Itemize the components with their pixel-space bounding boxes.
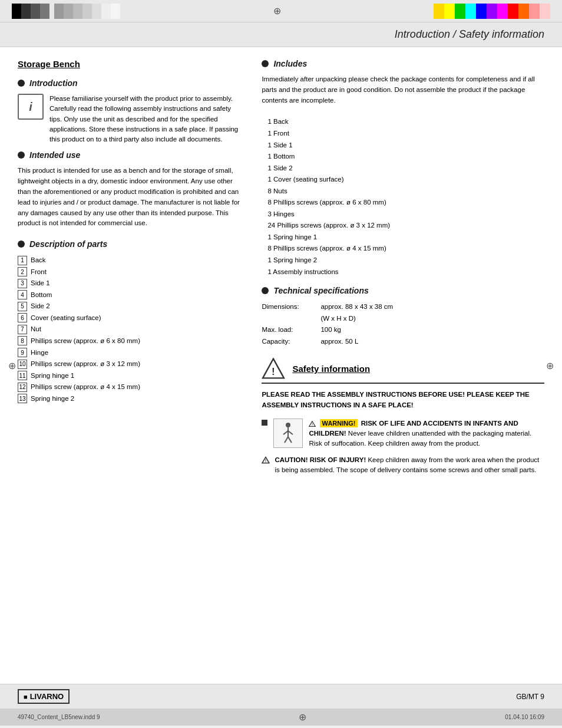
part-number: 11 xyxy=(18,371,27,380)
parts-list-item: 2Front xyxy=(18,266,244,278)
svg-point-2 xyxy=(286,423,290,427)
svg-line-5 xyxy=(288,431,293,434)
color-registration-bar: ⊕ xyxy=(0,0,562,22)
part-label: Phillips screw (approx. ø 4 x 15 mm) xyxy=(31,381,140,393)
chip-purple xyxy=(487,4,497,19)
part-label: Hinge xyxy=(31,347,48,359)
intro-info-text: Please familiarise yourself with the pro… xyxy=(49,94,244,144)
part-label: Back xyxy=(31,255,46,266)
chip-red xyxy=(508,4,518,19)
includes-list-item: 8 Nuts xyxy=(267,186,544,197)
crosshair-left: ⊕ xyxy=(8,360,16,371)
description-title: Description of parts xyxy=(29,239,107,249)
parts-list-item: 10Phillips screw (approx. ø 3 x 12 mm) xyxy=(18,358,244,370)
includes-list-item: 1 Cover (seating surface) xyxy=(267,174,544,186)
part-label: Nut xyxy=(31,324,41,335)
black-sq-1 xyxy=(12,4,21,19)
caution-text-block: CAUTION! RISK OF INJURY! Keep children a… xyxy=(275,455,544,476)
black-sq-2 xyxy=(21,4,31,19)
part-label: Bottom xyxy=(31,289,52,301)
tech-specs-title: Technical specifications xyxy=(273,286,368,295)
includes-list-item: 8 Phillips screws (approx. ø 6 x 80 mm) xyxy=(267,197,544,209)
specs-label: Max. load: xyxy=(262,324,309,336)
caution-triangle-icon: ! xyxy=(262,456,270,464)
part-number: 5 xyxy=(18,302,27,311)
specs-row: Max. load:100 kg xyxy=(262,324,544,336)
intended-use-title: Intended use xyxy=(29,150,80,160)
caution-title: CAUTION! RISK OF INJURY! xyxy=(275,456,366,463)
part-number: 1 xyxy=(18,256,27,265)
footer-page-info: GB/MT 9 xyxy=(516,693,544,701)
svg-line-6 xyxy=(285,437,288,443)
livarno-logo: ■ LIVARNO xyxy=(18,689,70,704)
safety-title: Safety information xyxy=(292,364,370,374)
specs-value: approx. 50 L xyxy=(320,336,544,348)
page-footer: ■ LIVARNO GB/MT 9 xyxy=(0,684,562,709)
description-heading: Description of parts xyxy=(18,239,244,249)
warning-image xyxy=(273,419,303,448)
parts-list-item: 9Hinge xyxy=(18,347,244,359)
gray-sq-7 xyxy=(111,4,120,19)
includes-list-item: 3 Hinges xyxy=(267,209,544,220)
includes-list-item: 1 Side 2 xyxy=(267,163,544,174)
part-label: Phillips screw (approx. ø 3 x 12 mm) xyxy=(31,358,140,370)
parts-list-item: 11Spring hinge 1 xyxy=(18,370,244,382)
chip-lightpink xyxy=(540,4,550,19)
warning-figure-svg xyxy=(276,421,300,445)
includes-list-item: 1 Front xyxy=(267,128,544,140)
chip-yellow2 xyxy=(444,4,455,19)
part-label: Side 2 xyxy=(31,301,50,312)
introduction-heading: Introduction xyxy=(18,78,244,88)
introduction-title: Introduction xyxy=(29,78,78,88)
right-color-chips xyxy=(434,4,550,19)
part-label: Spring hinge 2 xyxy=(31,393,74,405)
warning-text-block: ! WARNING! RISK OF LIFE AND ACCIDENTS IN… xyxy=(309,419,544,449)
parts-list-item: 12Phillips screw (approx. ø 4 x 15 mm) xyxy=(18,381,244,393)
crosshair-right: ⊕ xyxy=(546,360,554,371)
parts-list: 1Back2Front3Side 14Bottom5Side 26Cover (… xyxy=(18,255,244,404)
includes-intro: Immediately after unpacking please check… xyxy=(262,74,544,106)
specs-row: Dimensions:approx. 88 x 43 x 38 cm(W x H… xyxy=(262,301,544,324)
includes-list-item: 1 Back xyxy=(267,116,544,128)
crosshair-bottom: ⊕ xyxy=(299,711,306,723)
tech-specs-heading: Technical specifications xyxy=(262,286,544,295)
logo-icon: ■ xyxy=(24,693,28,700)
chip-green xyxy=(455,4,465,19)
gray-sq-1 xyxy=(54,4,64,19)
includes-list-item: 1 Bottom xyxy=(267,151,544,163)
includes-list-item: 1 Side 1 xyxy=(267,140,544,151)
svg-text:!: ! xyxy=(272,365,276,377)
includes-list-item: 1 Assembly instructions xyxy=(267,266,544,278)
left-column: Storage Bench Introduction i Please fami… xyxy=(18,59,244,672)
gray-sq-5 xyxy=(92,4,101,19)
info-icon: i xyxy=(18,94,44,120)
gray-sq-6 xyxy=(101,4,111,19)
intended-use-heading: Intended use xyxy=(18,150,244,160)
part-label: Spring hinge 1 xyxy=(31,370,74,382)
parts-list-item: 4Bottom xyxy=(18,289,244,301)
parts-list-item: 6Cover (seating surface) xyxy=(18,312,244,324)
bullet-intro xyxy=(18,80,25,87)
part-label: Phillips screw (approx. ø 6 x 80 mm) xyxy=(31,335,140,347)
svg-line-7 xyxy=(288,437,292,443)
safety-header: ! Safety information xyxy=(262,358,544,384)
includes-title: Includes xyxy=(273,59,307,68)
includes-list-item: 24 Phillips screws (approx. ø 3 x 12 mm) xyxy=(267,220,544,232)
chip-cyan xyxy=(465,4,476,19)
bullet-includes xyxy=(262,60,269,67)
parts-list-item: 13Spring hinge 2 xyxy=(18,393,244,405)
part-label: Front xyxy=(31,266,47,278)
includes-list-item: 8 Phillips screws (approx. ø 4 x 15 mm) xyxy=(267,243,544,255)
svg-text:!: ! xyxy=(312,423,313,426)
black-sq-3 xyxy=(31,4,40,19)
part-number: 2 xyxy=(18,267,27,276)
parts-list-item: 8Phillips screw (approx. ø 6 x 80 mm) xyxy=(18,335,244,347)
gray-sq-4 xyxy=(82,4,92,19)
main-content: ⊕ ⊕ Storage Bench Introduction i Please … xyxy=(0,47,562,684)
page-title: Introduction / Safety information xyxy=(395,28,544,40)
parts-list-item: 3Side 1 xyxy=(18,278,244,289)
bottom-bar: 49740_Content_LB5new.indd 9 ⊕ 01.04.10 1… xyxy=(0,709,562,726)
black-sq-4 xyxy=(40,4,49,19)
chip-yellow xyxy=(434,4,444,19)
bottom-date-info: 01.04.10 16:09 xyxy=(505,714,544,720)
